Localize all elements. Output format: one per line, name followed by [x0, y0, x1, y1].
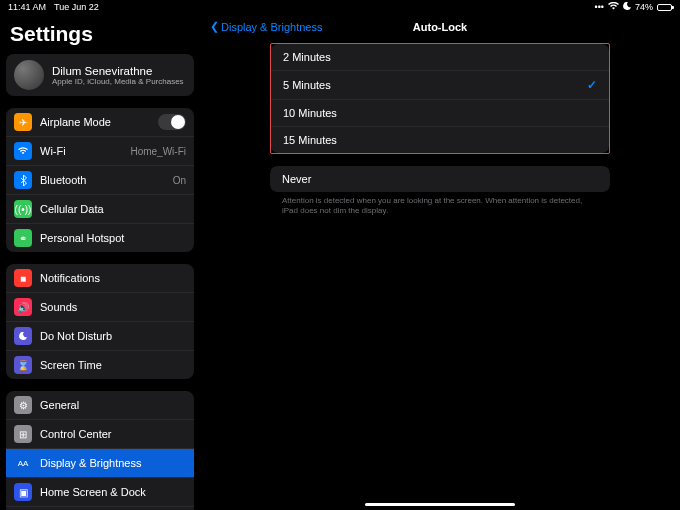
- moon-icon: [623, 2, 631, 12]
- sidebar-item-airplane[interactable]: ✈ Airplane Mode: [6, 108, 194, 137]
- sidebar-item-dnd[interactable]: Do Not Disturb: [6, 322, 194, 351]
- status-bar: 11:41 AM Tue Jun 22 ••• 74%: [0, 0, 680, 14]
- option-2-minutes[interactable]: 2 Minutes: [271, 44, 609, 71]
- settings-title: Settings: [6, 18, 194, 54]
- chevron-left-icon: ❮: [210, 20, 219, 33]
- profile-row[interactable]: Dilum Senevirathne Apple ID, iCloud, Med…: [6, 54, 194, 96]
- sidebar-item-display[interactable]: AA Display & Brightness: [6, 449, 194, 478]
- sounds-icon: 🔊: [14, 298, 32, 316]
- sidebar-item-cellular[interactable]: ((•)) Cellular Data: [6, 195, 194, 224]
- option-15-minutes[interactable]: 15 Minutes: [271, 127, 609, 153]
- back-button[interactable]: ❮ Display & Brightness: [210, 20, 323, 33]
- control-center-icon: ⊞: [14, 425, 32, 443]
- airplane-toggle[interactable]: [158, 114, 186, 130]
- option-10-minutes[interactable]: 10 Minutes: [271, 100, 609, 127]
- profile-name: Dilum Senevirathne: [52, 65, 184, 77]
- detail-pane: ❮ Display & Brightness Auto-Lock 2 Minut…: [200, 14, 680, 510]
- back-label: Display & Brightness: [221, 21, 323, 33]
- option-never[interactable]: Never: [270, 166, 610, 192]
- status-time: 11:41 AM: [8, 2, 46, 12]
- sidebar-item-screentime[interactable]: ⌛ Screen Time: [6, 351, 194, 379]
- dnd-icon: [14, 327, 32, 345]
- home-icon: ▣: [14, 483, 32, 501]
- avatar: [14, 60, 44, 90]
- battery-icon: [657, 4, 672, 11]
- screentime-icon: ⌛: [14, 356, 32, 374]
- footer-note: Attention is detected when you are looki…: [270, 192, 610, 221]
- sidebar-item-notifications[interactable]: ■ Notifications: [6, 264, 194, 293]
- checkmark-icon: ✓: [587, 78, 597, 92]
- home-indicator[interactable]: [365, 503, 515, 506]
- bluetooth-icon: [14, 171, 32, 189]
- gear-icon: ⚙: [14, 396, 32, 414]
- sidebar-item-wifi[interactable]: Wi-Fi Home_Wi-Fi: [6, 137, 194, 166]
- sidebar-item-home[interactable]: ▣ Home Screen & Dock: [6, 478, 194, 507]
- sidebar-item-general[interactable]: ⚙ General: [6, 391, 194, 420]
- sidebar-item-bluetooth[interactable]: Bluetooth On: [6, 166, 194, 195]
- settings-sidebar: Settings Dilum Senevirathne Apple ID, iC…: [0, 14, 200, 510]
- wifi-settings-icon: [14, 142, 32, 160]
- sidebar-item-control-center[interactable]: ⊞ Control Center: [6, 420, 194, 449]
- cellular-icon: ((•)): [14, 200, 32, 218]
- display-icon: AA: [14, 454, 32, 472]
- highlighted-options: 2 Minutes 5 Minutes ✓ 10 Minutes 15 Minu…: [270, 43, 610, 154]
- signal-icon: •••: [595, 2, 604, 12]
- notifications-icon: ■: [14, 269, 32, 287]
- profile-sub: Apple ID, iCloud, Media & Purchases: [52, 77, 184, 86]
- sidebar-item-sounds[interactable]: 🔊 Sounds: [6, 293, 194, 322]
- hotspot-icon: ⚭: [14, 229, 32, 247]
- page-title: Auto-Lock: [413, 21, 467, 33]
- wifi-icon: [608, 2, 619, 12]
- battery-percent: 74%: [635, 2, 653, 12]
- airplane-icon: ✈: [14, 113, 32, 131]
- status-date: Tue Jun 22: [54, 2, 99, 12]
- option-5-minutes[interactable]: 5 Minutes ✓: [271, 71, 609, 100]
- sidebar-item-hotspot[interactable]: ⚭ Personal Hotspot: [6, 224, 194, 252]
